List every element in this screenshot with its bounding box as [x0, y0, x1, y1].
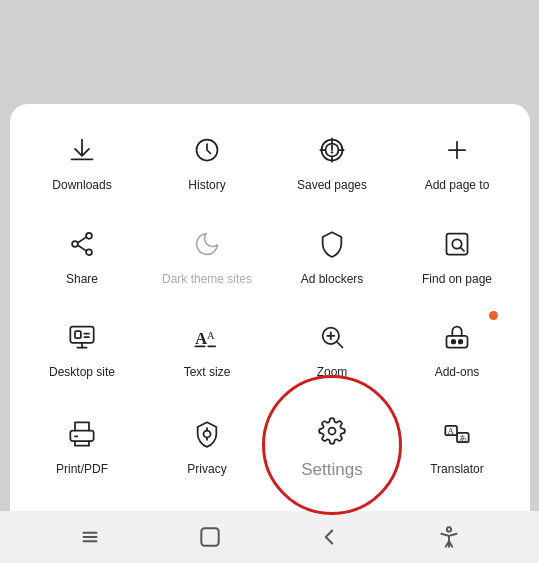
- svg-line-7: [78, 237, 86, 243]
- add-ons-label: Add-ons: [435, 365, 480, 381]
- settings-icon: [310, 409, 354, 453]
- privacy-icon: [185, 412, 229, 456]
- menu-item-settings[interactable]: Settings: [270, 395, 395, 495]
- menu-item-history[interactable]: History: [145, 114, 270, 208]
- saved-pages-label: Saved pages: [297, 178, 367, 194]
- svg-point-28: [459, 340, 463, 344]
- nav-accessibility-icon[interactable]: [436, 524, 462, 550]
- menu-item-downloads[interactable]: Downloads: [20, 114, 145, 208]
- svg-point-6: [86, 249, 92, 255]
- find-on-page-icon: [435, 222, 479, 266]
- svg-rect-42: [201, 528, 218, 545]
- zoom-label: Zoom: [317, 365, 348, 381]
- translator-label: Translator: [430, 462, 484, 478]
- download-icon: [60, 128, 104, 172]
- downloads-label: Downloads: [52, 178, 111, 194]
- text-size-label: Text size: [184, 365, 231, 381]
- ad-blockers-icon: [310, 222, 354, 266]
- svg-line-11: [461, 247, 465, 251]
- menu-item-translator[interactable]: A あ Translator: [395, 395, 520, 495]
- menu-item-privacy[interactable]: Privacy: [145, 395, 270, 495]
- menu-item-find-on-page[interactable]: Find on page: [395, 208, 520, 302]
- desktop-site-label: Desktop site: [49, 365, 115, 381]
- menu-card: Downloads History Saved pages: [10, 104, 530, 511]
- svg-point-4: [86, 233, 92, 239]
- add-ons-badge: [489, 311, 498, 320]
- svg-text:A: A: [448, 427, 454, 436]
- settings-label: Settings: [301, 459, 362, 481]
- svg-rect-15: [75, 331, 81, 338]
- svg-rect-26: [447, 336, 468, 348]
- svg-rect-12: [70, 327, 93, 343]
- menu-item-text-size[interactable]: A A Text size: [145, 301, 270, 395]
- print-pdf-label: Print/PDF: [56, 462, 108, 478]
- share-label: Share: [66, 272, 98, 288]
- translator-icon: A あ: [435, 412, 479, 456]
- menu-item-add-ons[interactable]: Add-ons: [395, 301, 520, 395]
- share-icon: [60, 222, 104, 266]
- nav-home-icon[interactable]: [197, 524, 223, 550]
- menu-item-add-page-to[interactable]: Add page to: [395, 114, 520, 208]
- svg-rect-29: [70, 431, 93, 442]
- svg-line-8: [78, 245, 86, 251]
- svg-text:あ: あ: [459, 434, 467, 443]
- svg-text:A: A: [207, 331, 215, 342]
- menu-grid: Downloads History Saved pages: [20, 114, 520, 495]
- dark-theme-icon: [185, 222, 229, 266]
- privacy-label: Privacy: [187, 462, 226, 478]
- add-page-label: Add page to: [425, 178, 490, 194]
- add-page-icon: [435, 128, 479, 172]
- find-on-page-label: Find on page: [422, 272, 492, 288]
- history-icon: [185, 128, 229, 172]
- svg-point-27: [452, 340, 456, 344]
- svg-point-31: [204, 431, 211, 438]
- menu-item-ad-blockers[interactable]: Ad blockers: [270, 208, 395, 302]
- menu-item-desktop-site[interactable]: Desktop site: [20, 301, 145, 395]
- menu-item-saved-pages[interactable]: Saved pages: [270, 114, 395, 208]
- ad-blockers-label: Ad blockers: [301, 272, 364, 288]
- add-ons-icon: [435, 315, 479, 359]
- svg-text:A: A: [195, 329, 207, 348]
- svg-line-23: [337, 343, 342, 348]
- saved-pages-icon: [310, 128, 354, 172]
- menu-item-zoom[interactable]: Zoom: [270, 301, 395, 395]
- nav-back-icon[interactable]: [316, 524, 342, 550]
- desktop-site-icon: [60, 315, 104, 359]
- nav-bar: [0, 511, 539, 563]
- print-icon: [60, 412, 104, 456]
- nav-menu-icon[interactable]: [77, 524, 103, 550]
- dark-theme-label: Dark theme sites: [162, 272, 252, 288]
- menu-item-print-pdf[interactable]: Print/PDF: [20, 395, 145, 495]
- text-size-icon: A A: [185, 315, 229, 359]
- svg-point-5: [72, 241, 78, 247]
- menu-item-share[interactable]: Share: [20, 208, 145, 302]
- svg-point-43: [447, 527, 451, 531]
- svg-point-34: [329, 427, 336, 434]
- history-label: History: [188, 178, 225, 194]
- menu-item-dark-theme[interactable]: Dark theme sites: [145, 208, 270, 302]
- zoom-icon: [310, 315, 354, 359]
